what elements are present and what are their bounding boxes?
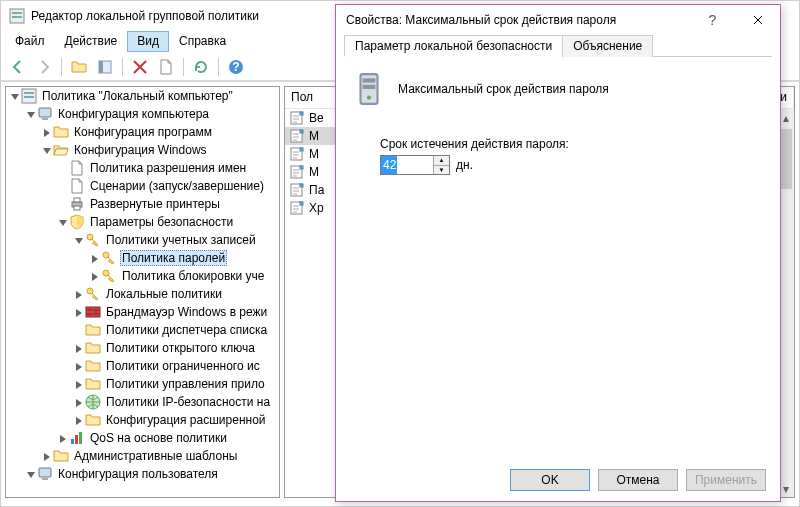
folder-icon <box>85 376 101 392</box>
app-icon <box>9 8 25 24</box>
dialog-title: Свойства: Максимальный срок действия пар… <box>346 13 690 27</box>
toolbar-delete[interactable] <box>129 56 151 78</box>
tree-computer-config[interactable]: Конфигурация компьютера <box>24 105 279 123</box>
dialog-footer: OK Отмена Применить <box>510 469 766 491</box>
printer-icon <box>69 196 85 212</box>
folder-icon <box>85 358 101 374</box>
menu-view[interactable]: Вид <box>127 31 169 52</box>
tree-account-policies[interactable]: Политики учетных записей <box>72 231 279 249</box>
folder-icon <box>53 124 69 140</box>
computer-icon <box>37 106 53 122</box>
tree-app-control[interactable]: Политики управления прило <box>72 375 279 393</box>
server-icon <box>352 71 386 107</box>
gpedit-icon <box>21 88 37 104</box>
folder-icon <box>85 322 101 338</box>
toolbar-show-hide[interactable] <box>94 56 116 78</box>
days-input[interactable] <box>381 156 433 174</box>
network-icon <box>85 394 101 410</box>
properties-dialog: Свойства: Максимальный срок действия пар… <box>335 4 781 502</box>
days-spinner[interactable]: ▲ ▼ <box>380 155 450 175</box>
menu-file[interactable]: Файл <box>5 31 55 52</box>
tree-software-restriction[interactable]: Политики ограниченного ис <box>72 357 279 375</box>
policy-icon <box>289 110 305 126</box>
toolbar-separator <box>183 58 184 76</box>
ok-button[interactable]: OK <box>510 469 590 491</box>
dialog-help-button[interactable]: ? <box>690 5 735 35</box>
tree-name-resolution[interactable]: Политика разрешения имен <box>56 159 279 177</box>
days-unit: дн. <box>456 158 473 172</box>
folder-icon <box>53 448 69 464</box>
doc-icon <box>69 178 85 194</box>
menu-action[interactable]: Действие <box>55 31 128 52</box>
tree-security-settings[interactable]: Параметры безопасности <box>56 213 279 231</box>
dialog-titlebar[interactable]: Свойства: Максимальный срок действия пар… <box>336 5 780 35</box>
tree-program-config[interactable]: Конфигурация программ <box>40 123 279 141</box>
tree-lockout-policy[interactable]: Политика блокировки уче <box>88 267 279 285</box>
folder-open-icon <box>53 142 69 158</box>
tree-user-config[interactable]: Конфигурация пользователя <box>24 465 279 483</box>
tab-explanation[interactable]: Объяснение <box>562 35 653 57</box>
key-icon <box>85 286 101 302</box>
tab-local-security[interactable]: Параметр локальной безопасности <box>344 35 563 57</box>
doc-icon <box>69 160 85 176</box>
key-icon <box>101 268 117 284</box>
tree-firewall[interactable]: Брандмауэр Windows в режи <box>72 303 279 321</box>
folder-icon <box>85 412 101 428</box>
dialog-body: Максимальный срок действия пароля Срок и… <box>336 57 780 189</box>
scroll-thumb[interactable] <box>780 129 792 189</box>
spin-down-button[interactable]: ▼ <box>434 166 449 175</box>
toolbar-up[interactable] <box>68 56 90 78</box>
toolbar-help[interactable] <box>225 56 247 78</box>
key-icon <box>85 232 101 248</box>
tree-local-policies[interactable]: Локальные политики <box>72 285 279 303</box>
firewall-icon <box>85 304 101 320</box>
toolbar-separator <box>122 58 123 76</box>
svg-rect-24 <box>99 61 103 73</box>
policy-icon <box>289 128 305 144</box>
tree-pane[interactable]: Политика "Локальный компьютер" Конфигура… <box>5 86 280 498</box>
toolbar-separator <box>61 58 62 76</box>
folder-icon <box>85 340 101 356</box>
tree-admin-templates[interactable]: Административные шаблоны <box>40 447 279 465</box>
computer-icon <box>37 466 53 482</box>
policy-icon <box>289 182 305 198</box>
toolbar-properties[interactable] <box>155 56 177 78</box>
tree-network-list[interactable]: Политики диспетчера списка <box>72 321 279 339</box>
toolbar-separator <box>218 58 219 76</box>
tree-printers[interactable]: Развернутые принтеры <box>56 195 279 213</box>
dialog-close-button[interactable] <box>735 5 780 35</box>
chart-icon <box>69 430 85 446</box>
tree-windows-config[interactable]: Конфигурация Windows <box>40 141 279 159</box>
policy-icon <box>289 164 305 180</box>
dialog-tabs: Параметр локальной безопасности Объяснен… <box>336 35 780 57</box>
tree-root[interactable]: Политика "Локальный компьютер" <box>8 87 279 105</box>
tree-advanced-audit[interactable]: Конфигурация расширенной <box>72 411 279 429</box>
tree-password-policy[interactable]: Политика паролей <box>88 249 279 267</box>
shield-icon <box>69 214 85 230</box>
policy-icon <box>289 200 305 216</box>
toolbar-back[interactable] <box>7 56 29 78</box>
policy-icon <box>289 146 305 162</box>
apply-button[interactable]: Применить <box>686 469 766 491</box>
dialog-heading: Максимальный срок действия пароля <box>398 82 609 96</box>
toolbar-forward[interactable] <box>33 56 55 78</box>
tree-qos[interactable]: QoS на основе политики <box>56 429 279 447</box>
tree-ipsec[interactable]: Политики IP-безопасности на <box>72 393 279 411</box>
toolbar-refresh[interactable] <box>190 56 212 78</box>
tree-scripts[interactable]: Сценарии (запуск/завершение) <box>56 177 279 195</box>
key-icon <box>101 250 117 266</box>
spin-up-button[interactable]: ▲ <box>434 156 449 166</box>
cancel-button[interactable]: Отмена <box>598 469 678 491</box>
menu-help[interactable]: Справка <box>169 31 236 52</box>
tree-public-key[interactable]: Политики открытого ключа <box>72 339 279 357</box>
field-label: Срок истечения действия пароля: <box>380 137 764 151</box>
